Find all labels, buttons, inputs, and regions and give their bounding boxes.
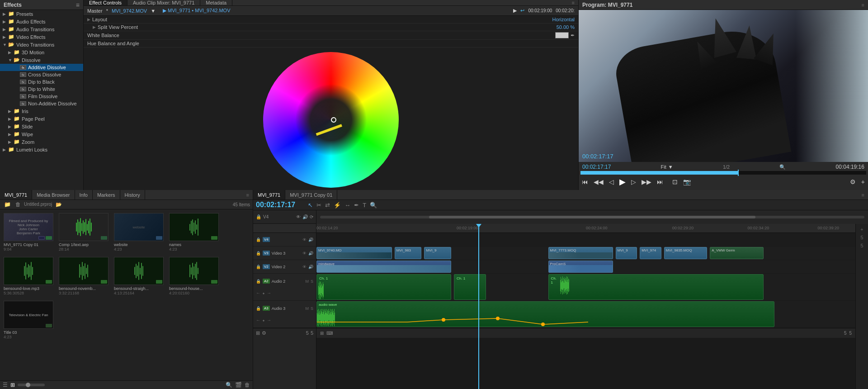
tl-zoom-tool[interactable]: 🔍 [370,202,377,209]
v2-audio[interactable]: 🔊 [308,265,313,269]
tl-sync-icon[interactable]: ⟳ [310,214,313,219]
v3-audio[interactable]: 🔊 [308,251,313,256]
a2-solo[interactable]: S [311,279,313,284]
tl-rate-stretch-tool[interactable]: ⇄ [325,202,330,209]
tl-audio-clip-3[interactable]: Ch. 1 [548,274,764,300]
tree-item-slide[interactable]: ▶ 📁 Slide [0,123,83,130]
project-new-item-btn[interactable]: 🎬 [235,382,242,388]
monitor-step-back-btn[interactable]: ◀◀ [592,177,605,186]
tab-timeline-mvi9771[interactable]: MVI_9771 [253,190,285,199]
monitor-settings-btn[interactable]: ⚙ [848,177,858,186]
tree-item-film-dissolve[interactable]: fx Film Dissolve [0,93,83,100]
tl-audio-icon[interactable]: 🔊 [302,214,308,219]
monitor-back-frame-btn[interactable]: ◁ [607,177,616,186]
tl-zoom-bar-inner[interactable] [320,216,864,218]
project-item-comp1[interactable]: Comp 1/text.aep 28:14 [59,213,108,251]
tl-clip-mv9740[interactable]: MVI_9740.MO [316,247,392,259]
tl-clip-mindwave[interactable]: mindwave [316,261,451,273]
tree-item-additive-dissolve[interactable]: fx Additive Dissolve [0,64,83,71]
tree-item-cross-dissolve[interactable]: fx Cross Dissolve [0,71,83,78]
monitor-step-fwd-btn[interactable]: ▶▶ [640,177,653,186]
ec-clip-name[interactable]: MVI_9742.MOV [112,8,147,14]
monitor-fraction[interactable]: 1/2 [723,164,730,170]
tl-audio-clip-a3-main[interactable]: audio wave [316,301,774,327]
project-search-btn[interactable]: 🔍 [226,382,232,388]
tl-zoom-handle[interactable] [429,216,755,218]
a3-ctrl-1[interactable]: ← [256,318,260,323]
monitor-play-btn[interactable]: ▶ [618,176,627,188]
tab-audio-clip-mixer[interactable]: Audio Clip Mixer: MVI_9771 [127,0,200,5]
project-delete-btn[interactable]: 🗑 [14,201,22,208]
thumb-size-slider[interactable] [18,384,45,386]
a3-ctrl-2[interactable]: ⬥ [262,318,265,323]
tl-a3-row[interactable]: audio wave [316,301,855,328]
project-new-bin-btn[interactable]: 📁 [3,201,12,208]
monitor-fit-select[interactable]: Fit ▼ [661,164,673,170]
monitor-go-start-btn[interactable]: ⏮ [580,177,590,186]
effects-menu-icon[interactable]: ≡ [76,1,80,9]
timeline-menu[interactable]: ≡ [858,192,868,198]
volume-keyframe-1[interactable] [442,318,445,322]
ec-white-swatch[interactable] [555,32,569,38]
a2-eye[interactable]: M [305,279,309,284]
monitor-current-tc[interactable]: 00:02:17:17 [582,164,611,170]
tree-item-non-additive-dissolve[interactable]: fx Non-Additive Dissolve [0,100,83,107]
tl-eye-icon[interactable]: 👁 [296,214,301,219]
tl-collapse-btn[interactable]: 5 [306,330,309,336]
tree-item-wipe[interactable]: ▶ 📁 Wipe [0,130,83,138]
rp-btn-3[interactable]: 5 [859,242,864,249]
tl-kbd-btn[interactable]: ⌨ [326,331,333,336]
color-wheel-center-dot[interactable] [331,117,336,123]
tl-add-track-btn[interactable]: ⊞ [256,330,260,336]
tab-timeline-mvi9771-copy[interactable]: MVI_9771 Copy 01 [285,190,337,199]
tree-item-iris[interactable]: ▶ 📁 Iris [0,107,83,115]
tl-v2-row[interactable]: mindwave ProCamS [316,260,855,274]
tl-clip-avmw[interactable]: A_VMW Germ [710,247,764,259]
tl-a2-row[interactable]: Ch. 1 // Inline generate audio bars [316,274,855,301]
tab-metadata[interactable]: Metadata [200,0,232,5]
tree-item-dissolve[interactable]: ▼ 📂 Dissolve [0,56,83,64]
tl-clip-mv974[interactable]: MVI_974 [640,247,661,259]
rp-btn-2[interactable]: 5 [859,234,864,241]
a3-solo[interactable]: S [311,306,313,311]
monitor-export-frame-btn[interactable]: 📷 [681,177,693,186]
project-menu[interactable]: ≡ [243,192,253,198]
tl-add-btn[interactable]: ⊞ [320,331,324,336]
tl-audio-clip-2[interactable]: Ch. 1 [454,274,486,300]
a2-ctrl-2[interactable]: ⬥ [262,290,265,295]
tree-item-page-peel[interactable]: ▶ 📁 Page Peel [0,115,83,123]
tab-effect-controls[interactable]: Effect Controls [84,0,127,5]
tree-item-audio-transitions[interactable]: ▶ 📁 Audio Transitions [0,25,83,33]
tl-type-tool[interactable]: T [363,202,366,209]
monitor-fwd-frame-btn[interactable]: ▷ [629,177,638,186]
tl-audio-clip-1[interactable]: Ch. 1 // Inline generate audio bars [316,274,451,300]
a2-ctrl-3[interactable]: → [267,290,271,295]
color-wheel[interactable] [263,52,399,188]
tree-item-zoom[interactable]: ▶ 📁 Zoom [0,138,83,146]
tree-item-video-transitions[interactable]: ▼ 📂 Video Transitions [0,41,83,48]
project-item-website[interactable]: website website 4:23 [114,213,164,251]
v3-lock[interactable]: 🔒 [256,251,261,256]
tree-item-video-effects[interactable]: ▶ 📁 Video Effects [0,33,83,41]
project-item-bensound-straight[interactable]: bensound-straigh... 4:13:25164 [114,257,164,295]
volume-keyframe-2[interactable] [496,317,500,320]
tab-markers[interactable]: Markers [93,190,120,199]
tl-select-tool[interactable]: ↖ [308,202,313,209]
monitor-go-end-btn[interactable]: ⏭ [655,177,665,186]
project-item-bensound-novemb[interactable]: bensound-novemb... 3:32:21168 [59,257,108,295]
project-item-title03[interactable]: Television & Electric Fan Title 03 4:23 [4,301,53,339]
tree-item-dip-black[interactable]: fx Dip to Black [0,78,83,85]
a3-ctrl-3[interactable]: → [267,318,271,323]
project-item-mvi9771[interactable]: Filmed and Produced byNick JohnsonJohn C… [4,213,53,251]
tab-media-browser[interactable]: Media Browser [32,190,75,199]
tl-clip-mv9835[interactable]: MVI_9835.MOQ [664,247,707,259]
tl-lock-icon[interactable]: 🔒 [256,214,261,219]
volume-keyframe-3[interactable] [541,323,545,326]
project-item-names[interactable]: names 4:23 [169,213,219,251]
project-delete-item-btn[interactable]: 🗑 [245,382,250,388]
tree-item-audio-effects[interactable]: ▶ 📁 Audio Effects [0,18,83,25]
tree-item-presets[interactable]: ▶ 📁 Presets [0,10,83,18]
ec-timeline-ref[interactable]: ▶ MVI_9771 • MVI_9742.MOV [163,8,230,14]
tree-item-lumetri-looks[interactable]: ▶ 📁 Lumetri Looks [0,146,83,153]
v4-audio[interactable]: 🔊 [308,237,313,242]
